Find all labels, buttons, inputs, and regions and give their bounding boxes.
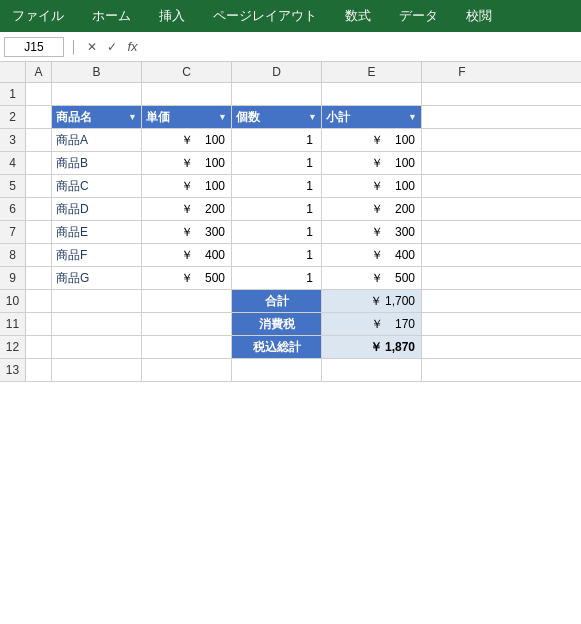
cell-d12-summary-label[interactable]: 税込総計 xyxy=(232,336,322,358)
cell-a4[interactable] xyxy=(26,152,52,174)
cell-f12[interactable] xyxy=(422,336,502,358)
cell-c10[interactable] xyxy=(142,290,232,312)
cell-f7[interactable] xyxy=(422,221,502,243)
cell-b4[interactable]: 商品B xyxy=(52,152,142,174)
cell-f8[interactable] xyxy=(422,244,502,266)
col-header-f[interactable]: F xyxy=(422,62,502,82)
cell-e9[interactable]: ￥ 500 xyxy=(322,267,422,289)
col-header-c[interactable]: C xyxy=(142,62,232,82)
cell-c2-header[interactable]: 単価 ▼ xyxy=(142,106,232,128)
cell-a1[interactable] xyxy=(26,83,52,105)
cell-b12[interactable] xyxy=(52,336,142,358)
cell-f5[interactable] xyxy=(422,175,502,197)
cell-f10[interactable] xyxy=(422,290,502,312)
cell-f9[interactable] xyxy=(422,267,502,289)
cell-a9[interactable] xyxy=(26,267,52,289)
cell-f2[interactable] xyxy=(422,106,502,128)
cancel-icon[interactable]: ✕ xyxy=(84,40,100,54)
cell-c7[interactable]: ￥ 300 xyxy=(142,221,232,243)
cell-e2-header[interactable]: 小計 ▼ xyxy=(322,106,422,128)
cell-f4[interactable] xyxy=(422,152,502,174)
cell-d1[interactable] xyxy=(232,83,322,105)
cell-d7[interactable]: 1 xyxy=(232,221,322,243)
cell-e6[interactable]: ￥ 200 xyxy=(322,198,422,220)
cell-a13[interactable] xyxy=(26,359,52,381)
cell-b5[interactable]: 商品C xyxy=(52,175,142,197)
col-header-e[interactable]: E xyxy=(322,62,422,82)
confirm-icon[interactable]: ✓ xyxy=(104,40,120,54)
cell-c13[interactable] xyxy=(142,359,232,381)
cell-d6[interactable]: 1 xyxy=(232,198,322,220)
cell-a6[interactable] xyxy=(26,198,52,220)
cell-e3[interactable]: ￥ 100 xyxy=(322,129,422,151)
cell-c5[interactable]: ￥ 100 xyxy=(142,175,232,197)
cell-a7[interactable] xyxy=(26,221,52,243)
cell-d3[interactable]: 1 xyxy=(232,129,322,151)
cell-a12[interactable] xyxy=(26,336,52,358)
menu-data[interactable]: データ xyxy=(395,5,442,27)
cell-b13[interactable] xyxy=(52,359,142,381)
cell-b7[interactable]: 商品E xyxy=(52,221,142,243)
col-e-dropdown-arrow[interactable]: ▼ xyxy=(408,112,417,122)
cell-e11-summary-value[interactable]: ￥ 170 xyxy=(322,313,422,335)
cell-d8[interactable]: 1 xyxy=(232,244,322,266)
cell-b3[interactable]: 商品A xyxy=(52,129,142,151)
menu-file[interactable]: ファイル xyxy=(8,5,68,27)
cell-b10[interactable] xyxy=(52,290,142,312)
cell-f11[interactable] xyxy=(422,313,502,335)
cell-c1[interactable] xyxy=(142,83,232,105)
cell-e1[interactable] xyxy=(322,83,422,105)
menu-formula[interactable]: 数式 xyxy=(341,5,375,27)
cell-a5[interactable] xyxy=(26,175,52,197)
cell-e5[interactable]: ￥ 100 xyxy=(322,175,422,197)
cell-c6[interactable]: ￥ 200 xyxy=(142,198,232,220)
col-d-dropdown-arrow[interactable]: ▼ xyxy=(308,112,317,122)
cell-a10[interactable] xyxy=(26,290,52,312)
cell-e13[interactable] xyxy=(322,359,422,381)
cell-e12-summary-total[interactable]: ￥ 1,870 xyxy=(322,336,422,358)
cell-d13[interactable] xyxy=(232,359,322,381)
cell-reference-box[interactable] xyxy=(4,37,64,57)
menu-review[interactable]: 校閲 xyxy=(462,5,496,27)
col-header-a[interactable]: A xyxy=(26,62,52,82)
menu-home[interactable]: ホーム xyxy=(88,5,135,27)
formula-input[interactable] xyxy=(146,39,577,54)
cell-b2-header[interactable]: 商品名 ▼ xyxy=(52,106,142,128)
cell-d2-header[interactable]: 個数 ▼ xyxy=(232,106,322,128)
cell-e10-summary-value[interactable]: ￥ 1,700 xyxy=(322,290,422,312)
cell-a11[interactable] xyxy=(26,313,52,335)
cell-f13[interactable] xyxy=(422,359,502,381)
cell-c4[interactable]: ￥ 100 xyxy=(142,152,232,174)
cell-e8[interactable]: ￥ 400 xyxy=(322,244,422,266)
cell-d5[interactable]: 1 xyxy=(232,175,322,197)
cell-b1[interactable] xyxy=(52,83,142,105)
cell-c3[interactable]: ￥ 100 xyxy=(142,129,232,151)
cell-d11-summary-label[interactable]: 消費税 xyxy=(232,313,322,335)
cell-d9[interactable]: 1 xyxy=(232,267,322,289)
cell-c12[interactable] xyxy=(142,336,232,358)
cell-a3[interactable] xyxy=(26,129,52,151)
cell-b6[interactable]: 商品D xyxy=(52,198,142,220)
menu-insert[interactable]: 挿入 xyxy=(155,5,189,27)
col-b-dropdown-arrow[interactable]: ▼ xyxy=(128,112,137,122)
cell-a2[interactable] xyxy=(26,106,52,128)
cell-d10-summary-label[interactable]: 合計 xyxy=(232,290,322,312)
cell-a8[interactable] xyxy=(26,244,52,266)
cell-b8[interactable]: 商品F xyxy=(52,244,142,266)
cell-c11[interactable] xyxy=(142,313,232,335)
cell-c8[interactable]: ￥ 400 xyxy=(142,244,232,266)
cell-b9[interactable]: 商品G xyxy=(52,267,142,289)
cell-e7[interactable]: ￥ 300 xyxy=(322,221,422,243)
col-header-d[interactable]: D xyxy=(232,62,322,82)
col-c-dropdown-arrow[interactable]: ▼ xyxy=(218,112,227,122)
cell-d4[interactable]: 1 xyxy=(232,152,322,174)
cell-b11[interactable] xyxy=(52,313,142,335)
menu-page-layout[interactable]: ページレイアウト xyxy=(209,5,321,27)
col-b-header-label: 商品名 xyxy=(56,109,126,126)
col-header-b[interactable]: B xyxy=(52,62,142,82)
cell-c9[interactable]: ￥ 500 xyxy=(142,267,232,289)
cell-f3[interactable] xyxy=(422,129,502,151)
cell-f1[interactable] xyxy=(422,83,502,105)
cell-e4[interactable]: ￥ 100 xyxy=(322,152,422,174)
cell-f6[interactable] xyxy=(422,198,502,220)
